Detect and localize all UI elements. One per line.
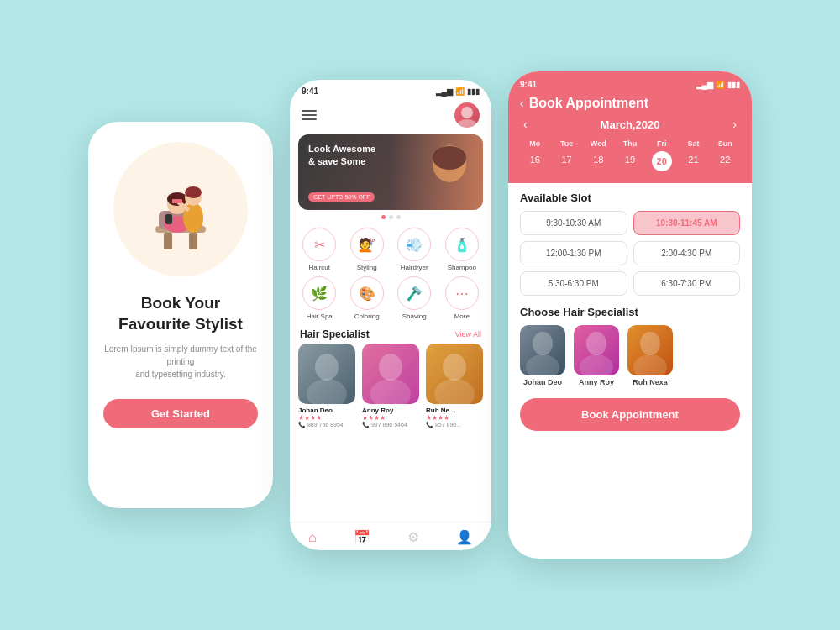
- menu-icon[interactable]: [302, 110, 317, 120]
- service-label: Styling: [357, 264, 377, 271]
- specialist-name: Johan Deo: [298, 407, 355, 414]
- service-item-hair-spa[interactable]: 🌿 Hair Spa: [298, 276, 341, 320]
- service-item-coloring[interactable]: 🎨 Coloring: [346, 276, 389, 320]
- slot-button[interactable]: 6:30-7:30 PM: [633, 271, 741, 296]
- service-icon: 🎨: [350, 276, 384, 310]
- carousel-dots: [290, 215, 491, 219]
- svg-point-19: [307, 379, 347, 404]
- specialist-photo: [362, 344, 419, 404]
- slot-button[interactable]: 5:30-6:30 PM: [520, 271, 627, 296]
- specialist-card[interactable]: Johan Deo ★★★★ 📞 889 756 8954: [298, 344, 355, 428]
- view-all-link[interactable]: View All: [455, 330, 481, 339]
- cal-day-20[interactable]: 20: [652, 151, 672, 171]
- signal-icon-3: ▂▄▆: [696, 81, 713, 89]
- cal-day-header: Fri: [647, 138, 677, 150]
- status-icons-3: ▂▄▆ 📶 ▮▮▮: [696, 81, 740, 89]
- battery-icon: ▮▮▮: [467, 87, 480, 96]
- specialist-choose-card[interactable]: Anny Roy: [574, 325, 619, 386]
- specialist-choose-name: Anny Roy: [579, 378, 614, 386]
- status-icons-2: ▂▄▆ 📶 ▮▮▮: [436, 87, 480, 96]
- specialist-choose-name: Ruh Nexa: [633, 378, 668, 386]
- service-item-shampoo[interactable]: 🧴 Shampoo: [441, 228, 484, 271]
- cal-day-22[interactable]: 22: [710, 151, 740, 171]
- service-label: Shampoo: [448, 264, 476, 271]
- specialist-section-header: Hair Specialist View All: [290, 323, 491, 344]
- cal-day-16[interactable]: 16: [520, 151, 550, 171]
- specialist-choose-photo: [574, 325, 619, 375]
- service-item-styling[interactable]: 💇 Styling: [346, 228, 389, 271]
- promo-banner[interactable]: Look Awesome & save Some GET UPTO 50% OF…: [298, 134, 483, 210]
- hero-illustration: [113, 142, 248, 276]
- specialist-choose-row: Johan Deo Anny Roy Ruh Nexa: [520, 325, 740, 386]
- service-grid: ✂ Haircut 💇 Styling 💨 Hairdryer 🧴 Shampo…: [290, 224, 491, 323]
- svg-point-14: [461, 107, 473, 118]
- cal-day-header: Sat: [679, 138, 709, 150]
- svg-point-18: [315, 354, 339, 381]
- signal-icon: ▂▄▆: [436, 87, 453, 96]
- top-bar-2: [290, 99, 491, 134]
- slot-button[interactable]: 10:30-11:45 AM: [633, 211, 741, 235]
- slot-grid: 9:30-10:30 AM10:30-11:45 AM12:00-1:30 PM…: [520, 211, 740, 296]
- service-item-hairdryer[interactable]: 💨 Hairdryer: [393, 228, 436, 271]
- service-item-shaving[interactable]: 🪒 Shaving: [393, 276, 436, 320]
- home-nav-icon[interactable]: ⌂: [308, 530, 317, 545]
- user-avatar[interactable]: [454, 102, 480, 128]
- svg-point-25: [526, 354, 559, 375]
- service-item-haircut[interactable]: ✂ Haircut: [298, 228, 341, 271]
- settings-nav-icon[interactable]: ⚙: [407, 529, 419, 545]
- profile-nav-icon[interactable]: 👤: [456, 529, 473, 545]
- slot-button[interactable]: 12:00-1:30 PM: [520, 241, 627, 265]
- dot-3: [396, 215, 401, 219]
- calendar-nav-icon[interactable]: 📅: [354, 529, 370, 545]
- service-icon: 💇: [350, 228, 384, 261]
- service-icon: ⋯: [445, 276, 479, 310]
- hero-subtext: Lorem Ipsum is simply dummy text of the …: [103, 343, 258, 381]
- specialist-choose-name: Johan Deo: [523, 378, 562, 386]
- bottom-nav: ⌂ 📅 ⚙ 👤: [290, 522, 491, 550]
- cal-day-header: Sun: [710, 138, 740, 150]
- slot-button[interactable]: 2:00-4:30 PM: [633, 241, 741, 265]
- screen-3: 9:41 ▂▄▆ 📶 ▮▮▮ ‹ Book Appointment ‹ Marc…: [508, 71, 752, 559]
- prev-month-icon[interactable]: ‹: [523, 118, 528, 131]
- cal-day-17[interactable]: 17: [552, 151, 582, 171]
- service-item-more[interactable]: ⋯ More: [441, 276, 484, 320]
- dot-2: [389, 215, 393, 219]
- specialist-rating: ★★★★: [298, 414, 355, 422]
- svg-point-22: [443, 354, 466, 381]
- svg-point-23: [434, 379, 475, 404]
- book-appointment-button[interactable]: Book Appointment: [520, 398, 740, 431]
- status-bar-2: 9:41 ▂▄▆ 📶 ▮▮▮: [290, 80, 491, 99]
- slot-button[interactable]: 9:30-10:30 AM: [520, 211, 627, 235]
- specialist-card[interactable]: Anny Roy ★★★★ 📞 997 896 5464: [362, 344, 419, 428]
- cal-day-header: Tue: [552, 138, 582, 150]
- specialist-choose-card[interactable]: Ruh Nexa: [627, 325, 673, 386]
- svg-point-20: [379, 354, 402, 381]
- cal-day-18[interactable]: 18: [583, 151, 613, 171]
- svg-point-21: [370, 379, 411, 404]
- booking-title: Book Appointment: [529, 96, 649, 111]
- choose-specialist-title: Choose Hair Specialist: [520, 306, 740, 318]
- next-month-icon[interactable]: ›: [732, 118, 737, 131]
- get-started-button[interactable]: Get Started: [103, 399, 258, 428]
- cal-day-21[interactable]: 21: [679, 151, 709, 171]
- service-label: Hairdryer: [401, 264, 428, 271]
- specialist-section-title: Hair Specialist: [300, 328, 370, 340]
- specialist-choose-photo: [627, 325, 673, 375]
- service-icon: ✂: [302, 228, 336, 261]
- svg-point-10: [185, 186, 202, 198]
- cal-day-19[interactable]: 19: [615, 151, 645, 171]
- booking-body: Available Slot 9:30-10:30 AM10:30-11:45 …: [508, 183, 752, 559]
- specialist-choose-card[interactable]: Johan Deo: [520, 325, 565, 386]
- service-icon: 🌿: [302, 276, 336, 310]
- back-icon[interactable]: ‹: [520, 97, 524, 110]
- service-icon: 🧴: [445, 228, 479, 261]
- calendar-nav: ‹ March,2020 ›: [520, 118, 740, 131]
- cal-day-header: Thu: [615, 138, 645, 150]
- svg-rect-12: [172, 199, 182, 203]
- calendar-grid: MoTueWedThuFriSatSun16171819202122: [520, 138, 740, 171]
- stylist-svg: [122, 150, 239, 268]
- specialist-card[interactable]: Ruh Ne... ★★★★ 📞 857 896...: [426, 344, 483, 428]
- specialist-choose-photo: [520, 325, 565, 375]
- specialist-name: Ruh Ne...: [426, 407, 483, 414]
- cal-day-header: Wed: [583, 138, 613, 150]
